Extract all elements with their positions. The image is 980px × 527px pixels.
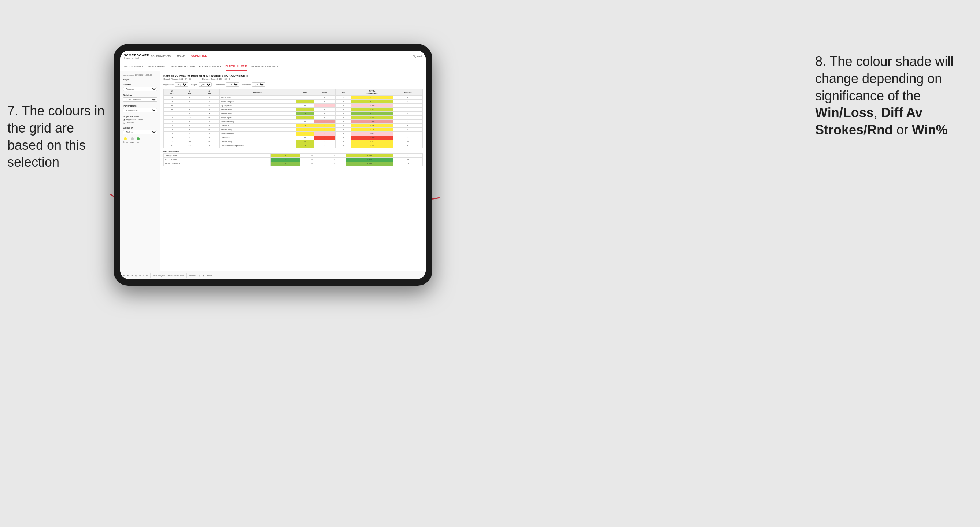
cell-loss: 0 xyxy=(314,116,335,120)
cell-reg: 6 xyxy=(180,112,199,116)
cell-tie: 0 xyxy=(335,108,351,112)
subnav-team-summary[interactable]: TEAM SUMMARY xyxy=(124,62,143,71)
filter-opponents-select[interactable]: (All) xyxy=(175,83,188,87)
toolbar-view-original[interactable]: View: Original xyxy=(153,274,165,276)
cell-div: 14 xyxy=(164,124,180,128)
cell-tie: 0 xyxy=(335,100,351,104)
cell-tie: 0 xyxy=(335,120,351,124)
ood-cell-diff: 9.267 xyxy=(346,158,393,162)
table-header-row: #Div #Reg #Conf Opponent Win Loss Tie Di… xyxy=(164,89,423,95)
toolbar-redo[interactable]: ↪ xyxy=(131,274,133,276)
toolbar-cut[interactable]: ✂ xyxy=(139,274,141,276)
filter-opponent-select[interactable]: (All) xyxy=(252,83,265,87)
nav-tournaments[interactable]: TOURNAMENTS xyxy=(150,51,172,62)
table-row: 10 6 3 Andrea York 2 0 0 4.00 4 xyxy=(164,112,423,116)
cell-opponent: Federica Domecq Lacroze xyxy=(220,144,296,148)
sidebar-colour-by-select[interactable]: Win/loss xyxy=(123,130,157,134)
legend-down: Down xyxy=(123,137,128,143)
nav-committee[interactable]: COMMITTEE xyxy=(191,51,207,62)
sign-out-link[interactable]: Sign out xyxy=(412,55,422,57)
sidebar-division-section: Division NCAA Division III xyxy=(123,94,157,102)
toolbar-undo2[interactable]: ↩ xyxy=(127,274,129,276)
toolbar-divider2 xyxy=(186,273,187,278)
cell-tie: 0 xyxy=(335,112,351,116)
toolbar-refresh[interactable]: ⟳ xyxy=(146,274,148,276)
cell-win: 0 xyxy=(296,104,314,108)
subnav-team-h2h-grid[interactable]: TEAM H2H GRID xyxy=(148,62,166,71)
grid-record: Overall Record: 353 - 34 - 6 Division Re… xyxy=(163,78,423,80)
filter-conference-label: Conference xyxy=(215,84,225,86)
table-row: 3 1 1 Esther Lee 1 0 1 1.50 4 xyxy=(164,95,423,100)
nav-items: TOURNAMENTS TEAMS COMMITTEE xyxy=(150,51,408,62)
sidebar-gender-select[interactable]: Women's xyxy=(123,87,157,91)
cell-loss: 0 xyxy=(314,108,335,112)
filters-row: Opponents: (All) Region (All) Conference… xyxy=(163,83,423,87)
cell-loss: 1 xyxy=(314,104,335,108)
cell-tie: 0 xyxy=(335,136,351,140)
sub-nav: TEAM SUMMARY TEAM H2H GRID TEAM H2H HEAT… xyxy=(120,62,426,71)
cell-div: 3 xyxy=(164,95,180,100)
subnav-team-h2h-heatmap[interactable]: TEAM H2H HEATMAP xyxy=(171,62,195,71)
filter-conference: Conference (All) xyxy=(215,83,239,87)
subnav-player-h2h-heatmap[interactable]: PLAYER H2H HEATMAP xyxy=(251,62,278,71)
toolbar-grid[interactable]: ⊞ xyxy=(135,274,137,276)
tablet-device: SCOREBOARD Powered by clippd TOURNAMENTS… xyxy=(114,44,432,286)
cell-loss: 2 xyxy=(314,136,335,140)
cell-diff: 4.00 xyxy=(352,112,393,116)
toolbar-icon2[interactable]: ⊠ xyxy=(203,274,204,276)
toolbar-share[interactable]: Share xyxy=(207,274,212,276)
sidebar-player-rank-select[interactable]: 8. Katelyn Vo xyxy=(123,108,157,113)
cell-tie: 0 xyxy=(335,144,351,148)
nav-teams[interactable]: TEAMS xyxy=(176,51,186,62)
filter-region: Region (All) xyxy=(191,83,212,87)
legend-down-circle xyxy=(124,137,127,140)
table-row: 18 2 2 Euna Lee 0 2 0 -5.00 2 xyxy=(164,136,423,140)
cell-rounds: 3 xyxy=(393,108,422,112)
grid-title: Katelyn Vo Head-to-Head Grid for Women's… xyxy=(163,74,423,77)
cell-opponent: Stella Cheng xyxy=(220,128,296,132)
toolbar-icon1[interactable]: ⊡ xyxy=(199,274,200,276)
annotation-left-text: 7. The colours in the grid are based on … xyxy=(7,103,104,170)
sidebar-radio-top100[interactable]: Top 100 xyxy=(123,122,157,124)
legend-up-label: Up xyxy=(137,141,139,143)
cell-conf: 6 xyxy=(199,140,220,144)
division-record: Division Record: 331 - 34 - 6 xyxy=(202,78,230,80)
toolbar-watch[interactable]: Watch ▾ xyxy=(189,274,196,276)
cell-opponent: Jessica Mason xyxy=(220,132,296,136)
cell-reg: 11 xyxy=(180,144,199,148)
sidebar-division-label: Division xyxy=(123,94,157,96)
cell-loss: 1 xyxy=(314,128,335,132)
subnav-player-h2h-grid[interactable]: PLAYER H2H GRID xyxy=(226,62,247,71)
sidebar-opponent-view-label: Opponent view xyxy=(123,115,157,117)
sidebar-gender-label: Gender xyxy=(123,84,157,86)
cell-rounds: 11 xyxy=(393,140,422,144)
cell-win: 1 xyxy=(296,108,314,112)
sidebar-division-select[interactable]: NCAA Division III xyxy=(123,97,157,102)
cell-diff: -0.94 xyxy=(352,132,393,136)
subnav-player-summary[interactable]: PLAYER SUMMARY xyxy=(199,62,221,71)
cell-reg: 2 xyxy=(180,132,199,136)
radio-opponents-played-label: Opponents Played xyxy=(126,119,143,121)
toolbar-save-custom[interactable]: Save Custom View xyxy=(167,274,184,276)
cell-reg: 3 xyxy=(180,104,199,108)
cell-div: 19 xyxy=(164,140,180,144)
cell-rounds xyxy=(393,104,422,108)
filter-conference-select[interactable]: (All) xyxy=(226,83,239,87)
ood-cell-rounds: 2 xyxy=(393,154,422,158)
cell-opponent: Eunice Yi xyxy=(220,124,296,128)
cell-div: 20 xyxy=(164,144,180,148)
bottom-toolbar: ↩ ↩ ↪ ⊞ ✂ · ⟳ View: Original Save Custom… xyxy=(120,271,426,279)
cell-reg: 1 xyxy=(180,108,199,112)
nav-bar: SCOREBOARD Powered by clippd TOURNAMENTS… xyxy=(120,51,426,62)
toolbar-undo[interactable]: ↩ xyxy=(123,274,125,276)
sidebar-radio-opponents-played[interactable]: Opponents Played xyxy=(123,119,157,121)
cell-tie: 0 xyxy=(335,132,351,136)
cell-loss: 2 xyxy=(314,124,335,128)
cell-conf: 1 xyxy=(199,95,220,100)
filter-region-select[interactable]: (All) xyxy=(199,83,212,87)
toolbar-dot[interactable]: · xyxy=(143,274,144,276)
cell-rounds: 3 xyxy=(393,116,422,120)
ood-cell-tie: 0 xyxy=(323,154,346,158)
cell-rounds: 4 xyxy=(393,128,422,132)
cell-diff: 3.33 xyxy=(352,116,393,120)
